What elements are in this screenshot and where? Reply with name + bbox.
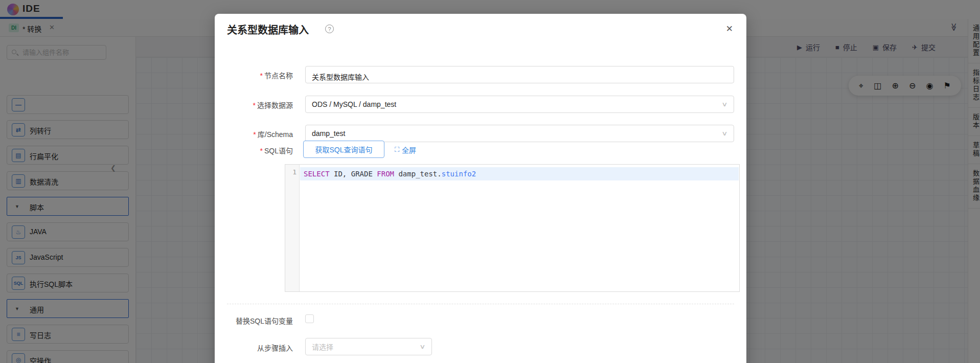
sql-label: *SQL语句 xyxy=(215,145,293,155)
editor-gutter: 1 xyxy=(285,165,300,291)
schema-label: *库/Schema xyxy=(215,129,293,139)
dialog-title: 关系型数据库输入 xyxy=(227,22,309,37)
datasource-label: *选择数据源 xyxy=(215,100,293,110)
insert-step-select[interactable]: 请选择 ∨ xyxy=(305,338,432,355)
chevron-down-icon: ∨ xyxy=(721,130,727,137)
fullscreen-icon: ⛶ xyxy=(395,146,399,154)
node-name-label: *节点名称 xyxy=(215,70,293,80)
required-mark: * xyxy=(253,130,256,139)
node-name-input[interactable] xyxy=(305,66,734,83)
line-number: 1 xyxy=(285,168,297,176)
required-mark: * xyxy=(260,72,263,80)
schema-select[interactable]: damp_test ∨ xyxy=(305,125,734,142)
sql-code-line: SELECT ID, GRADE FROM damp_test.stuinfo2 xyxy=(300,167,739,180)
ide-window: IDE DI * 转换 ✕ ≫ — ⇄ 列转行 ▤ 行扁平化 ▥ 数据清洗 xyxy=(0,0,980,363)
relational-db-input-dialog: 关系型数据库输入 ? ✕ *节点名称 *选择数据源 ODS / MySQL / … xyxy=(215,14,746,363)
required-mark: * xyxy=(253,101,256,109)
required-mark: * xyxy=(260,147,263,155)
sql-code-editor[interactable]: 1 SELECT ID, GRADE FROM damp_test.stuinf… xyxy=(285,164,740,292)
close-icon[interactable]: ✕ xyxy=(726,24,733,34)
replace-vars-checkbox[interactable] xyxy=(305,314,314,323)
chevron-down-icon: ∨ xyxy=(721,101,727,108)
replace-vars-label: 替换SQL语句变量 xyxy=(215,315,293,326)
chevron-down-icon: ∨ xyxy=(419,343,425,350)
insert-step-label: 从步骤插入 xyxy=(215,343,293,353)
fullscreen-link[interactable]: ⛶ 全屏 xyxy=(395,145,416,155)
datasource-select[interactable]: ODS / MySQL / damp_test ∨ xyxy=(305,96,734,113)
section-divider xyxy=(227,304,734,304)
help-icon[interactable]: ? xyxy=(325,25,334,33)
fetch-sql-button[interactable]: 获取SQL查询语句 xyxy=(303,141,384,158)
